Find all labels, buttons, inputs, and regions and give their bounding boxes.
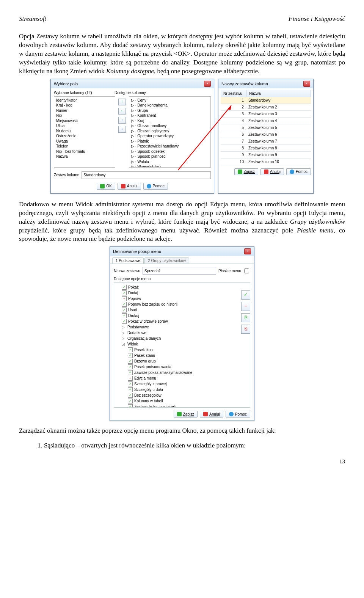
tree-collapse-icon[interactable]: − bbox=[241, 302, 250, 311]
zestaw-select[interactable] bbox=[82, 171, 211, 179]
list-item[interactable]: Nip - bez formatu bbox=[56, 149, 113, 154]
list-item[interactable]: Nip bbox=[56, 113, 113, 118]
list-item[interactable]: Telefon bbox=[56, 144, 113, 149]
table-row[interactable]: 2Zestaw kolumn 2 bbox=[221, 104, 311, 111]
table-row[interactable]: 4Zestaw kolumn 4 bbox=[221, 118, 311, 124]
list-item[interactable]: ▷ · Ceny bbox=[131, 98, 209, 103]
close-icon[interactable]: × bbox=[204, 81, 211, 87]
table-row[interactable]: 10Zestaw kolumn 10 bbox=[221, 159, 311, 165]
move-right-icon[interactable]: → bbox=[118, 117, 126, 124]
list-item: Sąsiadująco – otwartych jest równocześni… bbox=[44, 442, 345, 449]
dostepne-opcje-label: Dostępne opcje menu bbox=[114, 277, 250, 281]
paragraph-2: Dodatkowo w menu Widok administrator sys… bbox=[19, 200, 345, 244]
list-item[interactable]: ▷ · Obszar handlowy bbox=[131, 123, 209, 129]
list-item[interactable]: Kraj - kod bbox=[56, 103, 113, 108]
tree-item[interactable]: ▷Dodatkowe bbox=[116, 330, 248, 336]
table-row[interactable]: 6Zestaw kolumn 6 bbox=[221, 131, 311, 138]
list-item[interactable]: ▷ · Kraj bbox=[131, 118, 209, 124]
list-item[interactable]: ▷ · Obszar logistyczny bbox=[131, 129, 209, 134]
tree-item[interactable]: Szczegóły z prawej bbox=[116, 381, 248, 387]
plaskie-menu-label: Płaskie menu bbox=[218, 269, 241, 273]
list-item[interactable]: ▷ · Sposób płatności bbox=[131, 154, 209, 159]
tree-item[interactable]: Zawsze pokaż zmaksymalizowane bbox=[116, 370, 248, 375]
tree-item[interactable]: Pokaż w drzewie spraw bbox=[116, 319, 248, 324]
list-item[interactable]: Miejscowość bbox=[56, 118, 113, 124]
tree-item[interactable]: Zestawy kolumn w tabeli bbox=[116, 404, 248, 408]
tree-item[interactable]: Pasek ikon bbox=[116, 347, 248, 353]
cancel-button[interactable]: Anuluj bbox=[118, 183, 141, 190]
tree-uncheck-icon[interactable]: ⎘ bbox=[241, 313, 250, 322]
tree-item[interactable]: ◿Widok bbox=[116, 341, 248, 347]
list-item[interactable]: ▷ · Waluta bbox=[131, 159, 209, 165]
help-button[interactable]: Pomoc bbox=[286, 168, 311, 175]
list-item[interactable]: ▷ · Kontrahent bbox=[131, 113, 209, 118]
list-item[interactable]: ▷ · Sposób odsetek bbox=[131, 149, 209, 154]
tree-item[interactable]: Popraw bbox=[116, 296, 248, 301]
cancel-button[interactable]: Anuluj bbox=[260, 168, 284, 175]
tree-item[interactable]: Dodaj bbox=[116, 290, 248, 296]
ok-button[interactable]: OK bbox=[97, 183, 115, 190]
page-number: 13 bbox=[19, 458, 345, 465]
tree-item[interactable]: Pokaż bbox=[116, 284, 248, 290]
tree-item[interactable]: Usuń bbox=[116, 307, 248, 313]
cancel-icon bbox=[121, 184, 126, 188]
available-columns-list[interactable]: ▷ · Ceny▷ · Dane kontrahenta▷ · Grupa▷ ·… bbox=[129, 96, 211, 168]
tree-item[interactable]: Szczegóły u dołu bbox=[116, 387, 248, 392]
list-item[interactable]: ▷ · Województwo bbox=[131, 164, 209, 168]
tree-delete-icon[interactable]: ⎘ bbox=[241, 325, 250, 334]
plaskie-menu-checkbox[interactable] bbox=[244, 268, 249, 273]
table-row[interactable]: 8Zestaw kolumn 8 bbox=[221, 145, 311, 152]
list-item[interactable]: ▷ · Operator prowadzący bbox=[131, 133, 209, 139]
table-row[interactable]: 1Standardowy bbox=[221, 97, 311, 104]
zestaw-label: Zestaw kolumn bbox=[54, 173, 79, 177]
menu-tree[interactable]: PokażDodajPoprawPopraw bez zapisu do his… bbox=[114, 283, 250, 408]
move-down-icon[interactable]: ↓ bbox=[118, 126, 126, 133]
table-row[interactable]: 7Zestaw kolumn 7 bbox=[221, 138, 311, 145]
save-button[interactable]: Zapisz bbox=[174, 411, 198, 418]
move-up-icon[interactable]: ↑ bbox=[118, 99, 126, 105]
list-item[interactable]: Numer bbox=[56, 108, 113, 113]
cancel-button[interactable]: Anuluj bbox=[200, 411, 223, 418]
tree-item[interactable]: Kolumny w tabeli bbox=[116, 398, 248, 404]
list-item[interactable]: ▷ · Płatnik bbox=[131, 139, 209, 144]
col-header-nazwa: Nazwa bbox=[247, 90, 311, 97]
tree-item[interactable]: Pasek podsumowania bbox=[116, 364, 248, 370]
move-left-icon[interactable]: ← bbox=[118, 108, 126, 115]
nazwa-zestawu-input[interactable] bbox=[143, 267, 216, 275]
selected-columns-list[interactable]: IdentyfikatorKraj - kodNumerNipMiejscowo… bbox=[54, 96, 115, 168]
tree-expand-icon[interactable]: ✓ bbox=[241, 290, 250, 300]
window-title: Wybierz pola bbox=[54, 82, 78, 86]
tree-item[interactable]: ▷Organizacja danych bbox=[116, 336, 248, 341]
tree-item[interactable]: Edycja menu bbox=[116, 375, 248, 381]
list-item[interactable]: ▷ · Dane kontrahenta bbox=[131, 103, 209, 108]
tree-item[interactable]: Popraw bez zapisu do historii bbox=[116, 301, 248, 307]
list-item[interactable]: Ostrzeżenie bbox=[56, 133, 113, 139]
tab-podstawowe[interactable]: 1 Podstawowe bbox=[112, 257, 144, 264]
table-row[interactable]: 5Zestaw kolumn 5 bbox=[221, 124, 311, 131]
footer-paragraph: Zarządzać oknami można także poprzez opc… bbox=[19, 427, 345, 435]
list-item[interactable]: Uwaga bbox=[56, 139, 113, 144]
col-header-nr: Nr zestawu bbox=[221, 90, 247, 97]
definiowanie-popup-menu-window: Definiowanie popup menu × 1 Podstawowe 2… bbox=[110, 246, 254, 421]
help-button[interactable]: Pomoc bbox=[143, 183, 168, 190]
tab-grupy-uzytkownikow[interactable]: 2 Grupy użytkowników bbox=[144, 257, 189, 264]
table-row[interactable]: 9Zestaw kolumn 9 bbox=[221, 152, 311, 159]
list-item[interactable]: Nazwa bbox=[56, 154, 113, 159]
window-title: Nazwy zestawów kolumn bbox=[221, 82, 268, 86]
table-row[interactable]: 3Zestaw kolumn 3 bbox=[221, 111, 311, 118]
tree-item[interactable]: Pasek stanu bbox=[116, 353, 248, 358]
save-button[interactable]: Zapisz bbox=[234, 168, 258, 175]
help-button[interactable]: Pomoc bbox=[226, 411, 250, 418]
tree-item[interactable]: Bez szczegółów bbox=[116, 392, 248, 398]
tree-item[interactable]: Drzewo grup bbox=[116, 358, 248, 364]
close-icon[interactable]: × bbox=[303, 81, 310, 87]
list-item[interactable]: Nr domu bbox=[56, 129, 113, 134]
tree-item[interactable]: Drukuj bbox=[116, 313, 248, 319]
list-item[interactable]: Ulica bbox=[56, 123, 113, 129]
tree-item[interactable]: ▷Podstawowe bbox=[116, 324, 248, 330]
list-item[interactable]: ▷ · Przedstawiciel handlowy bbox=[131, 144, 209, 149]
list-item[interactable]: ▷ · Grupa bbox=[131, 108, 209, 113]
list-item[interactable]: Identyfikator bbox=[56, 98, 113, 103]
paragraph-1: Opcja Zestawy kolumn w tabeli umożliwia … bbox=[19, 32, 345, 76]
close-icon[interactable]: × bbox=[244, 248, 251, 254]
